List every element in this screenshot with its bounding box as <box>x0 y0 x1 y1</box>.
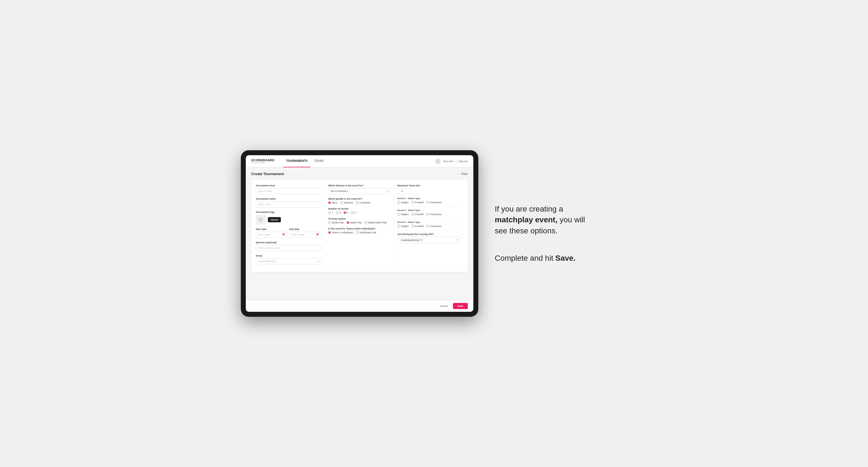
rounds-2[interactable]: 2 <box>336 211 341 214</box>
round3-singles[interactable]: Singles <box>397 225 409 227</box>
teams-teams-radio[interactable] <box>328 231 331 234</box>
round2-fourball-label: Fourball <box>415 213 424 216</box>
user-name: Test User <box>443 160 454 163</box>
tournament-host-label: Tournament Host <box>256 184 321 187</box>
form-footer: Cancel Save <box>246 300 473 312</box>
end-date-group: End date 📅 <box>289 228 321 238</box>
rounds-radio-group: 1 2 3 <box>328 211 391 214</box>
rounds-3-radio[interactable] <box>344 211 346 214</box>
round3-foursomes-label: Foursomes <box>430 225 442 227</box>
api-tag-value: Leaderboard King <box>401 239 419 241</box>
annotation-bottom-text: Complete and hit Save. <box>495 253 589 263</box>
round3-foursomes-radio[interactable] <box>426 225 429 227</box>
venue-input[interactable] <box>256 258 321 264</box>
nav-right: Test User | Sign out <box>435 158 468 164</box>
gender-combined-label: Combined <box>359 201 370 204</box>
upload-button[interactable]: Upload <box>268 217 281 222</box>
teams-individuals-radio[interactable] <box>356 231 359 234</box>
gender-combined-radio[interactable] <box>356 201 359 204</box>
teams-teams-label: Teams (+Individuals) <box>332 231 353 234</box>
round1-singles-label: Singles <box>401 201 409 204</box>
annotation-save-bold: Save. <box>555 254 576 262</box>
rounds-2-label: 2 <box>339 211 341 214</box>
round3-section: Round 3 - Match Type Singles Fourball <box>397 221 460 227</box>
tournament-host-input[interactable] <box>256 188 321 194</box>
brand-title: SCOREBOARD <box>251 159 275 162</box>
round3-singles-radio[interactable] <box>397 225 400 227</box>
rounds-1-radio[interactable] <box>328 211 331 214</box>
scoring-match-radio[interactable] <box>347 221 349 224</box>
annotation-top-text: If you are creating a matchplay event, y… <box>495 204 589 236</box>
sponsor-input[interactable] <box>256 245 321 251</box>
division-select-wrapper: NCAA Division I ▾ <box>328 188 391 194</box>
gender-group: Which gender is the event for? Mens Wome… <box>328 197 391 204</box>
scoring-match[interactable]: Match Play <box>347 221 362 224</box>
max-team-size-input[interactable] <box>397 188 411 194</box>
rounds-4[interactable]: 4 <box>351 211 356 214</box>
api-tag-close-icon[interactable]: ✕ <box>420 239 422 241</box>
round2-label: Round 2 - Match Type <box>397 209 460 212</box>
api-group: Use third-party live scoring API? Leader… <box>397 233 460 243</box>
round1-fourball[interactable]: Fourball <box>411 201 424 204</box>
round3-fourball-radio[interactable] <box>411 225 414 227</box>
round2-foursomes[interactable]: Foursomes <box>426 213 442 216</box>
save-button[interactable]: Save <box>453 303 468 309</box>
gender-womens-radio[interactable] <box>340 201 343 204</box>
round1-foursomes[interactable]: Foursomes <box>426 201 442 204</box>
gender-mens-radio[interactable] <box>328 201 331 204</box>
round3-foursomes[interactable]: Foursomes <box>426 225 442 227</box>
round1-foursomes-radio[interactable] <box>426 201 429 204</box>
venue-select-wrapper: ▾ <box>256 258 321 264</box>
teams-individuals[interactable]: Individuals Only <box>356 231 376 234</box>
rounds-1[interactable]: 1 <box>328 211 333 214</box>
division-select[interactable]: NCAA Division I <box>328 188 391 194</box>
form-col-3: Maximum Team Size Round 1 - Match Type S… <box>394 184 463 268</box>
signout-link[interactable]: | <box>456 160 456 163</box>
round3-singles-label: Singles <box>401 225 409 227</box>
tab-tournaments[interactable]: TOURNAMENTS <box>283 155 310 167</box>
round2-foursomes-radio[interactable] <box>426 213 429 216</box>
tournament-name-label: Tournament name <box>256 197 321 200</box>
round2-singles-radio[interactable] <box>397 213 400 216</box>
tournament-name-input[interactable] <box>256 201 321 208</box>
teams-teams[interactable]: Teams (+Individuals) <box>328 231 353 234</box>
venue-group: Venue ▾ <box>256 254 321 264</box>
back-link[interactable]: ← Back <box>458 172 468 175</box>
scoring-group: Scoring system Stroke Play Match Play <box>328 217 391 224</box>
tab-teams[interactable]: TEAMS <box>312 155 327 167</box>
round2-foursomes-label: Foursomes <box>430 213 442 216</box>
scoring-medal-radio[interactable] <box>365 221 367 224</box>
api-label: Use third-party live scoring API? <box>397 233 460 236</box>
round3-fourball[interactable]: Fourball <box>411 225 424 227</box>
round1-fourball-radio[interactable] <box>411 201 414 204</box>
teams-group: Is this event for Teams and/or Individua… <box>328 227 391 234</box>
top-nav: SCOREBOARD Powered by clippit TOURNAMENT… <box>246 155 473 167</box>
calendar-icon: 📅 <box>282 234 285 236</box>
round2-fourball[interactable]: Fourball <box>411 213 424 216</box>
gender-combined[interactable]: Combined <box>356 201 370 204</box>
scoring-medal[interactable]: Medal Match Play <box>365 221 387 224</box>
gender-mens[interactable]: Mens <box>328 201 338 204</box>
tournament-host-group: Tournament Host <box>256 184 321 194</box>
svg-point-1 <box>259 219 260 219</box>
nav-tabs: TOURNAMENTS TEAMS <box>283 155 429 167</box>
scoring-stroke-radio[interactable] <box>328 221 331 224</box>
gender-label: Which gender is the event for? <box>328 197 391 200</box>
gender-womens[interactable]: Womens <box>340 201 353 204</box>
round2-radio-group: Singles Fourball Foursomes <box>397 213 460 216</box>
rounds-3[interactable]: 3 <box>344 211 348 214</box>
end-date-wrapper: 📅 <box>289 232 321 238</box>
round2-singles[interactable]: Singles <box>397 213 409 216</box>
cancel-button[interactable]: Cancel <box>436 303 451 309</box>
round1-singles[interactable]: Singles <box>397 201 409 204</box>
scoring-stroke[interactable]: Stroke Play <box>328 221 344 224</box>
dates-group: Start date 📅 End date <box>256 228 321 238</box>
end-date-label: End date <box>289 228 321 230</box>
rounds-4-radio[interactable] <box>351 211 354 214</box>
api-select-display[interactable]: Leaderboard King ✕ ▾ <box>397 237 460 243</box>
signout-button[interactable]: Sign out <box>459 160 468 163</box>
round1-singles-radio[interactable] <box>397 201 400 204</box>
max-team-size-group: Maximum Team Size <box>397 184 460 194</box>
round2-fourball-radio[interactable] <box>411 213 414 216</box>
rounds-2-radio[interactable] <box>336 211 339 214</box>
